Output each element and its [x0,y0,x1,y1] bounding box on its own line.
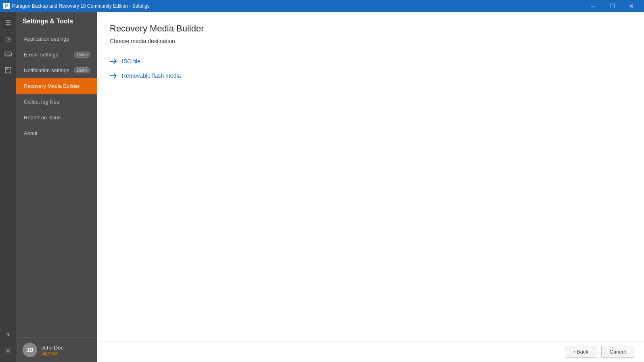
sidebar-item-email-settings[interactable]: E-mail settings Demo [16,47,97,62]
titlebar-controls: ─ ❐ ✕ [583,0,641,12]
app-icon: P [3,3,10,9]
sidebar-item-collect-log-files[interactable]: Collect log files [16,94,97,110]
option-removable-flash-media[interactable]: Removable flash media [110,69,631,83]
arrow-icon [110,58,118,64]
history-icon: ◷ [5,35,11,43]
icon-sidebar: ☰ ◷ ? [0,12,16,362]
sidebar-item-recovery-media-builder[interactable]: Recovery Media Builder [16,78,97,94]
sidebar-item-label: E-mail settings [24,52,58,58]
avatar: JD [23,343,37,357]
sidebar-item-label: Collect log files [24,99,59,105]
sidebar-item-label: Notification settings [24,67,69,73]
minimize-button[interactable]: ─ [583,0,602,12]
help-icon-button[interactable]: ? [1,328,15,343]
sidebar-item-label: Application settings [24,36,69,42]
titlebar-title: Paragon Backup and Recovery 18 Community… [12,3,150,9]
option-removable-flash-media-label: Removable flash media [122,73,181,79]
titlebar: P Paragon Backup and Recovery 18 Communi… [0,0,644,12]
sidebar-item-about[interactable]: About [16,125,97,141]
close-button[interactable]: ✕ [622,0,641,12]
svg-rect-1 [5,54,11,56]
main-content: Recovery Media Builder Choose media dest… [97,12,644,362]
svg-point-5 [7,350,9,352]
back-button[interactable]: ‹ Back [565,346,597,358]
content-area: Recovery Media Builder Choose media dest… [97,12,644,341]
settings-icon-button[interactable] [1,344,15,359]
disk-icon-button[interactable] [1,64,15,78]
history-icon-button[interactable]: ◷ [1,31,15,46]
arrow-icon-2 [110,73,118,79]
menu-icon: ☰ [5,19,11,27]
nav-sidebar-footer: JD John Doe Sign out [16,337,97,362]
footer-bar: ‹ Back Cancel [97,341,644,362]
titlebar-left: P Paragon Backup and Recovery 18 Communi… [3,3,150,9]
user-info: John Doe Sign out [41,345,64,356]
sign-out-link[interactable]: Sign out [41,351,64,356]
help-icon: ? [6,332,10,339]
disk-icon [4,67,12,75]
demo-badge-email: Demo [74,52,90,58]
sidebar-item-label: Recovery Media Builder [24,83,79,89]
user-name: John Doe [41,345,64,351]
page-subtitle: Choose media destination [110,38,631,44]
sidebar-item-report-an-issue[interactable]: Report an Issue [16,110,97,125]
settings-icon [4,347,12,356]
restore-button[interactable]: ❐ [603,0,621,12]
nav-sidebar-title: Settings & Tools [16,12,97,31]
sidebar-item-label: Report an Issue [24,114,61,121]
sidebar-item-notification-settings[interactable]: Notification settings Demo [16,62,97,78]
drive-icon-button[interactable] [1,48,15,62]
demo-badge-notification: Demo [74,67,90,73]
sidebar-item-application-settings[interactable]: Application settings [16,31,97,47]
icon-sidebar-bottom: ? [1,328,15,362]
svg-rect-4 [6,67,8,70]
menu-icon-button[interactable]: ☰ [1,15,15,30]
sidebar-item-label: About [24,130,38,136]
option-iso-file-label: ISO file [122,58,140,64]
nav-sidebar: Settings & Tools Application settings E-… [16,12,97,362]
app-body: ☰ ◷ ? [0,12,644,362]
page-title: Recovery Media Builder [110,23,631,34]
svg-point-2 [9,55,10,56]
option-iso-file[interactable]: ISO file [110,54,631,69]
cancel-button[interactable]: Cancel [601,346,634,358]
drive-icon [4,50,12,59]
